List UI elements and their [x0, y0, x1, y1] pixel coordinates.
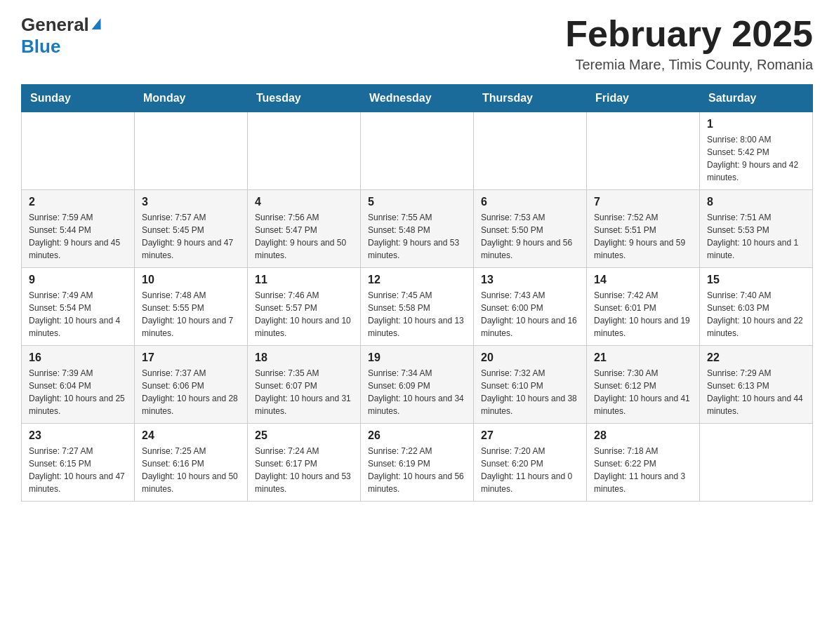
calendar-cell: 9Sunrise: 7:49 AM Sunset: 5:54 PM Daylig… — [22, 268, 135, 346]
day-number: 19 — [368, 351, 466, 364]
col-thursday: Thursday — [474, 85, 587, 112]
day-number: 23 — [29, 429, 127, 442]
calendar-week-row: 1Sunrise: 8:00 AM Sunset: 5:42 PM Daylig… — [22, 112, 813, 190]
day-info: Sunrise: 7:30 AM Sunset: 6:12 PM Dayligh… — [594, 367, 692, 417]
calendar-cell: 12Sunrise: 7:45 AM Sunset: 5:58 PM Dayli… — [361, 268, 474, 346]
page-subtitle: Teremia Mare, Timis County, Romania — [565, 57, 813, 73]
day-number: 22 — [707, 351, 805, 364]
calendar-cell: 19Sunrise: 7:34 AM Sunset: 6:09 PM Dayli… — [361, 346, 474, 424]
day-info: Sunrise: 7:49 AM Sunset: 5:54 PM Dayligh… — [29, 289, 127, 340]
day-info: Sunrise: 7:20 AM Sunset: 6:20 PM Dayligh… — [481, 445, 579, 495]
calendar-header-row: Sunday Monday Tuesday Wednesday Thursday… — [22, 85, 813, 112]
day-number: 14 — [594, 274, 692, 286]
day-number: 28 — [594, 429, 692, 442]
day-info: Sunrise: 7:57 AM Sunset: 5:45 PM Dayligh… — [142, 211, 240, 262]
calendar-cell — [248, 112, 361, 190]
col-wednesday: Wednesday — [361, 85, 474, 112]
day-info: Sunrise: 7:55 AM Sunset: 5:48 PM Dayligh… — [368, 211, 466, 262]
calendar-cell: 23Sunrise: 7:27 AM Sunset: 6:15 PM Dayli… — [22, 424, 135, 502]
day-info: Sunrise: 7:40 AM Sunset: 6:03 PM Dayligh… — [707, 289, 805, 340]
day-info: Sunrise: 7:53 AM Sunset: 5:50 PM Dayligh… — [481, 211, 579, 262]
calendar-cell: 28Sunrise: 7:18 AM Sunset: 6:22 PM Dayli… — [587, 424, 700, 502]
page-title: February 2025 — [565, 14, 813, 54]
day-number: 16 — [29, 351, 127, 364]
day-number: 26 — [368, 429, 466, 442]
day-number: 15 — [707, 274, 805, 286]
day-info: Sunrise: 8:00 AM Sunset: 5:42 PM Dayligh… — [707, 133, 805, 184]
title-area: February 2025 Teremia Mare, Timis County… — [565, 14, 813, 73]
day-number: 21 — [594, 351, 692, 364]
calendar-cell: 15Sunrise: 7:40 AM Sunset: 6:03 PM Dayli… — [700, 268, 813, 346]
calendar-cell: 27Sunrise: 7:20 AM Sunset: 6:20 PM Dayli… — [474, 424, 587, 502]
calendar-cell: 10Sunrise: 7:48 AM Sunset: 5:55 PM Dayli… — [135, 268, 248, 346]
day-info: Sunrise: 7:18 AM Sunset: 6:22 PM Dayligh… — [594, 445, 692, 495]
day-info: Sunrise: 7:48 AM Sunset: 5:55 PM Dayligh… — [142, 289, 240, 340]
calendar-cell: 21Sunrise: 7:30 AM Sunset: 6:12 PM Dayli… — [587, 346, 700, 424]
calendar-week-row: 23Sunrise: 7:27 AM Sunset: 6:15 PM Dayli… — [22, 424, 813, 502]
day-info: Sunrise: 7:42 AM Sunset: 6:01 PM Dayligh… — [594, 289, 692, 340]
calendar-week-row: 16Sunrise: 7:39 AM Sunset: 6:04 PM Dayli… — [22, 346, 813, 424]
day-number: 27 — [481, 429, 579, 442]
calendar-cell: 7Sunrise: 7:52 AM Sunset: 5:51 PM Daylig… — [587, 190, 700, 268]
day-number: 6 — [481, 196, 579, 208]
day-info: Sunrise: 7:22 AM Sunset: 6:19 PM Dayligh… — [368, 445, 466, 495]
calendar-cell — [22, 112, 135, 190]
day-number: 4 — [255, 196, 353, 208]
day-info: Sunrise: 7:46 AM Sunset: 5:57 PM Dayligh… — [255, 289, 353, 340]
day-number: 8 — [707, 196, 805, 208]
calendar-cell: 6Sunrise: 7:53 AM Sunset: 5:50 PM Daylig… — [474, 190, 587, 268]
calendar-cell: 8Sunrise: 7:51 AM Sunset: 5:53 PM Daylig… — [700, 190, 813, 268]
col-saturday: Saturday — [700, 85, 813, 112]
day-info: Sunrise: 7:51 AM Sunset: 5:53 PM Dayligh… — [707, 211, 805, 262]
logo-general: General — [21, 14, 89, 35]
day-number: 2 — [29, 196, 127, 208]
calendar-cell: 20Sunrise: 7:32 AM Sunset: 6:10 PM Dayli… — [474, 346, 587, 424]
page-header: General Blue February 2025 Teremia Mare,… — [21, 14, 813, 73]
calendar-cell: 18Sunrise: 7:35 AM Sunset: 6:07 PM Dayli… — [248, 346, 361, 424]
day-number: 12 — [368, 274, 466, 286]
calendar-cell: 1Sunrise: 8:00 AM Sunset: 5:42 PM Daylig… — [700, 112, 813, 190]
day-number: 25 — [255, 429, 353, 442]
calendar-cell: 22Sunrise: 7:29 AM Sunset: 6:13 PM Dayli… — [700, 346, 813, 424]
day-info: Sunrise: 7:37 AM Sunset: 6:06 PM Dayligh… — [142, 367, 240, 417]
day-info: Sunrise: 7:45 AM Sunset: 5:58 PM Dayligh… — [368, 289, 466, 340]
calendar-cell: 17Sunrise: 7:37 AM Sunset: 6:06 PM Dayli… — [135, 346, 248, 424]
day-number: 13 — [481, 274, 579, 286]
day-info: Sunrise: 7:56 AM Sunset: 5:47 PM Dayligh… — [255, 211, 353, 262]
day-number: 1 — [707, 118, 805, 130]
day-number: 3 — [142, 196, 240, 208]
col-monday: Monday — [135, 85, 248, 112]
logo-blue: Blue — [21, 36, 60, 57]
day-info: Sunrise: 7:59 AM Sunset: 5:44 PM Dayligh… — [29, 211, 127, 262]
col-friday: Friday — [587, 85, 700, 112]
calendar-week-row: 9Sunrise: 7:49 AM Sunset: 5:54 PM Daylig… — [22, 268, 813, 346]
calendar-cell: 13Sunrise: 7:43 AM Sunset: 6:00 PM Dayli… — [474, 268, 587, 346]
calendar-cell — [587, 112, 700, 190]
day-info: Sunrise: 7:32 AM Sunset: 6:10 PM Dayligh… — [481, 367, 579, 417]
calendar-cell — [135, 112, 248, 190]
calendar-cell: 2Sunrise: 7:59 AM Sunset: 5:44 PM Daylig… — [22, 190, 135, 268]
calendar-cell: 24Sunrise: 7:25 AM Sunset: 6:16 PM Dayli… — [135, 424, 248, 502]
col-sunday: Sunday — [22, 85, 135, 112]
day-number: 11 — [255, 274, 353, 286]
day-info: Sunrise: 7:24 AM Sunset: 6:17 PM Dayligh… — [255, 445, 353, 495]
calendar-cell: 11Sunrise: 7:46 AM Sunset: 5:57 PM Dayli… — [248, 268, 361, 346]
calendar-table: Sunday Monday Tuesday Wednesday Thursday… — [21, 84, 813, 502]
logo-triangle-icon — [92, 18, 103, 29]
calendar-cell: 3Sunrise: 7:57 AM Sunset: 5:45 PM Daylig… — [135, 190, 248, 268]
calendar-week-row: 2Sunrise: 7:59 AM Sunset: 5:44 PM Daylig… — [22, 190, 813, 268]
day-number: 17 — [142, 351, 240, 364]
logo: General Blue — [21, 14, 105, 58]
day-number: 10 — [142, 274, 240, 286]
day-info: Sunrise: 7:43 AM Sunset: 6:00 PM Dayligh… — [481, 289, 579, 340]
day-info: Sunrise: 7:52 AM Sunset: 5:51 PM Dayligh… — [594, 211, 692, 262]
calendar-cell — [700, 424, 813, 502]
day-number: 18 — [255, 351, 353, 364]
col-tuesday: Tuesday — [248, 85, 361, 112]
calendar-cell: 26Sunrise: 7:22 AM Sunset: 6:19 PM Dayli… — [361, 424, 474, 502]
calendar-cell: 14Sunrise: 7:42 AM Sunset: 6:01 PM Dayli… — [587, 268, 700, 346]
day-info: Sunrise: 7:29 AM Sunset: 6:13 PM Dayligh… — [707, 367, 805, 417]
day-info: Sunrise: 7:35 AM Sunset: 6:07 PM Dayligh… — [255, 367, 353, 417]
day-number: 20 — [481, 351, 579, 364]
day-number: 7 — [594, 196, 692, 208]
